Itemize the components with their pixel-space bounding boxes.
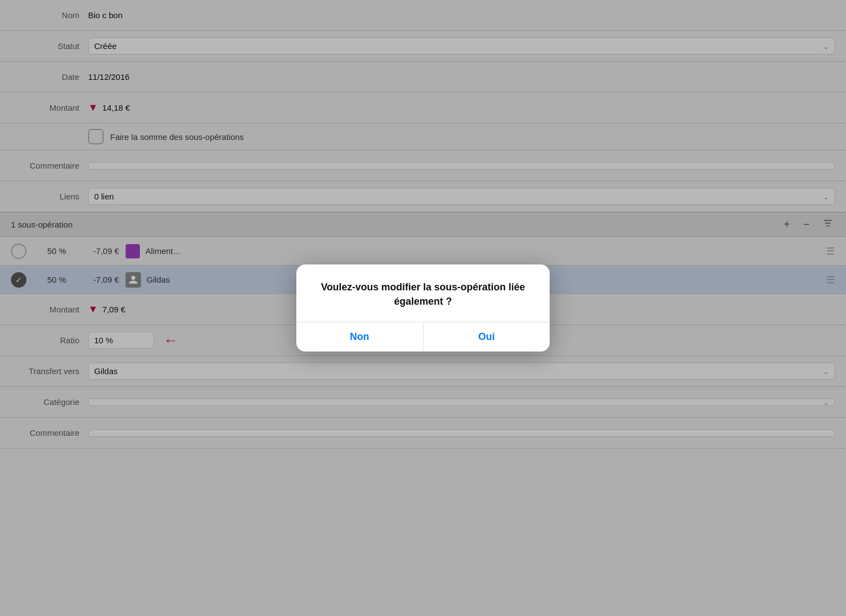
dialog-overlay: Voulez-vous modifier la sous-opération l… (0, 0, 846, 616)
dialog-buttons: Non Oui (296, 322, 550, 352)
main-content: Nom Bio c bon Statut Créée ⌄ Date 11/12/… (0, 0, 846, 616)
dialog-message: Voulez-vous modifier la sous-opération l… (296, 264, 550, 322)
dialog: Voulez-vous modifier la sous-opération l… (296, 264, 550, 352)
dialog-oui-button[interactable]: Oui (424, 322, 550, 352)
dialog-non-button[interactable]: Non (296, 322, 423, 352)
